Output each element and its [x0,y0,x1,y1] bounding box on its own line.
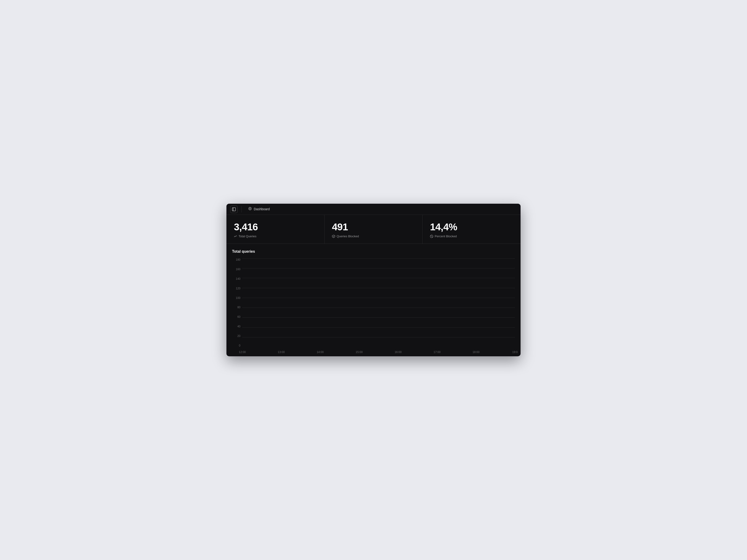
x-axis-label: 19:0 [512,350,518,354]
chart-section: Total queries 180160140120100806040200 1… [227,244,520,356]
x-axis-label: 15:00 [356,350,363,354]
nav-bar: Dashboard [227,204,520,215]
dashboard-tab-label: Dashboard [254,207,270,211]
grid-line [242,337,515,338]
svg-line-7 [431,235,433,237]
shield-icon [332,235,335,238]
queries-blocked-label: Queries Blocked [332,235,415,238]
x-axis-label: 16:00 [394,350,402,354]
x-axis-label: 18:00 [472,350,480,354]
x-axis-label: 14:00 [317,350,324,354]
y-axis-label: 0 [239,344,242,347]
blocked-icon [430,235,433,238]
chart-container: 180160140120100806040200 12:0013:0014:00… [232,258,515,356]
sidebar-toggle-button[interactable] [230,206,238,213]
stat-total-queries: 3,416 Total Queries [227,215,325,244]
y-axis-label: 60 [237,316,242,318]
stat-percent-blocked: 14,4% Percent Blocked [422,215,520,244]
stat-queries-blocked: 491 Queries Blocked [325,215,422,244]
grid-line [242,308,515,308]
grid-line [242,298,515,298]
y-axis-label: 120 [236,287,242,290]
bars-wrapper [242,258,515,347]
y-axis-label: 140 [236,277,242,280]
y-axis-label: 80 [237,306,242,309]
queries-blocked-value: 491 [332,221,415,233]
stats-row: 3,416 Total Queries 491 Queries Blocked … [227,215,520,244]
grid-line [242,278,515,278]
y-axis-label: 100 [236,297,242,299]
y-axis-label: 20 [237,335,242,338]
chart-plot-area [242,258,515,347]
y-axis-label: 180 [236,258,242,261]
dashboard-tab[interactable]: Dashboard [246,204,273,215]
percent-blocked-label: Percent Blocked [430,235,513,238]
grid-line [242,288,515,288]
total-queries-value: 3,416 [234,221,317,233]
chart-title: Total queries [232,249,515,254]
chart-icon [234,235,237,238]
svg-point-3 [250,208,251,209]
total-queries-label: Total Queries [234,235,317,238]
x-axis-label: 13:00 [278,350,285,354]
chart-x-axis: 12:0013:0014:0015:0016:0017:0018:0019:0 [242,348,515,356]
grid-line [242,317,515,318]
x-axis-label: 12:00 [239,350,246,354]
x-axis-label: 17:00 [434,350,440,354]
grid-line [242,258,515,259]
svg-rect-0 [232,208,235,211]
y-axis-label: 160 [236,268,242,271]
percent-blocked-value: 14,4% [430,221,513,233]
grid-line [242,327,515,328]
y-axis-label: 40 [237,325,242,328]
main-window: Dashboard 3,416 Total Queries 491 Querie… [227,204,520,356]
chart-y-axis: 180160140120100806040200 [232,258,242,347]
dashboard-icon [248,207,252,211]
grid-line [242,268,515,268]
